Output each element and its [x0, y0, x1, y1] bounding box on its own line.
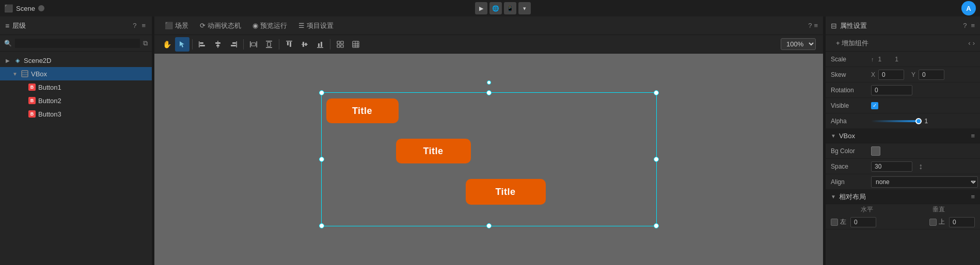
- tree-item-vbox[interactable]: ▼ VBox: [0, 67, 152, 80]
- align-top-tool[interactable]: [282, 37, 296, 52]
- align-bottom-tool[interactable]: [313, 37, 327, 52]
- handle-top-right[interactable]: [654, 90, 659, 95]
- layers-search-input[interactable]: [15, 39, 140, 48]
- anchor-tool[interactable]: [333, 37, 347, 52]
- globe-button[interactable]: 🌐: [489, 2, 502, 14]
- skew-x-input[interactable]: [878, 70, 904, 80]
- canvas-button-2[interactable]: Title: [396, 139, 471, 163]
- handle-top-left[interactable]: [319, 90, 324, 95]
- align-right-tool[interactable]: [226, 37, 241, 52]
- vbox-section-label: VBox: [839, 132, 855, 140]
- handle-bottom-mid[interactable]: [486, 223, 492, 228]
- select-tool[interactable]: [175, 37, 189, 52]
- vbox-section-menu[interactable]: ≡: [971, 132, 975, 140]
- button2-icon: B: [28, 96, 36, 105]
- handle-top-mid[interactable]: [486, 90, 492, 95]
- prop-row-space: Space ↕: [826, 159, 980, 174]
- toolbar-help-icon[interactable]: ?: [808, 22, 812, 29]
- tree-item-button3[interactable]: B Button3: [0, 107, 152, 121]
- scene-title: Scene: [16, 5, 35, 12]
- tab-preview[interactable]: ◉ 预览运行: [247, 19, 292, 32]
- copy-icon[interactable]: ⧉: [143, 39, 148, 47]
- dist-v-tool[interactable]: [262, 37, 276, 52]
- prev-arrow[interactable]: ‹: [968, 39, 970, 47]
- space-input[interactable]: [871, 161, 912, 172]
- toolbar-menu-icon[interactable]: ≡: [814, 22, 818, 29]
- layers-panel-title-group: ≡ 层级: [5, 21, 26, 30]
- align-vcenter-tool[interactable]: [297, 37, 312, 52]
- visible-checkbox[interactable]: ✓: [871, 102, 878, 109]
- vbox-collapse-icon: ▼: [831, 133, 836, 139]
- svg-rect-20: [287, 42, 289, 45]
- svg-rect-13: [250, 41, 251, 47]
- tree-item-button1[interactable]: B Button1: [0, 80, 152, 94]
- tool-sep-4: [330, 39, 330, 49]
- vbox-section-header[interactable]: ▼ VBox ≡: [826, 129, 980, 143]
- handle-bottom-right[interactable]: [654, 223, 659, 228]
- zoom-select[interactable]: 100% 50% 75% 150% 200%: [781, 38, 816, 50]
- layers-panel-header: ≡ 层级 ? ≡: [0, 16, 152, 35]
- left-checkbox[interactable]: [831, 219, 838, 226]
- rotation-input[interactable]: [871, 85, 912, 95]
- tree-item-button2[interactable]: B Button2: [0, 94, 152, 107]
- tab-settings[interactable]: ☰ 项目设置: [293, 19, 339, 32]
- dropdown-button[interactable]: ▾: [518, 2, 531, 14]
- layers-search-bar: 🔍 ⧉: [0, 35, 152, 52]
- device-button[interactable]: 📱: [504, 2, 516, 14]
- layers-help-icon[interactable]: ?: [132, 21, 137, 30]
- align-left-tool[interactable]: [195, 37, 210, 52]
- alpha-thumb[interactable]: [915, 118, 922, 124]
- bgcolor-swatch[interactable]: [871, 146, 880, 156]
- nav-arrows: ‹ ›: [968, 39, 975, 47]
- align-select[interactable]: none left center right: [871, 176, 978, 188]
- scale-collapse-icon[interactable]: ↑: [871, 56, 874, 62]
- tree-item-scene2d[interactable]: ▶ ◈ Scene2D: [0, 54, 152, 67]
- dist-h-tool[interactable]: [246, 37, 261, 52]
- left-value-input[interactable]: [850, 217, 876, 227]
- handle-bottom-left[interactable]: [319, 223, 324, 228]
- play-button[interactable]: ▶: [475, 2, 487, 14]
- user-avatar[interactable]: A: [961, 1, 976, 15]
- svg-rect-15: [251, 43, 256, 46]
- button1-icon: B: [28, 83, 36, 91]
- up-value-input[interactable]: [949, 217, 975, 227]
- align-hcenter-tool[interactable]: [211, 37, 225, 52]
- add-component-button[interactable]: + 增加组件: [831, 37, 874, 50]
- rl-vertical-label: 垂直: [903, 205, 975, 214]
- svg-rect-22: [302, 44, 308, 45]
- svg-rect-12: [231, 45, 236, 46]
- alpha-slider[interactable]: [871, 120, 922, 122]
- hand-tool[interactable]: ✋: [160, 37, 174, 52]
- handle-mid-right[interactable]: [654, 157, 659, 162]
- skew-y-prefix: Y: [911, 71, 915, 78]
- svg-rect-7: [217, 41, 218, 48]
- grid-tool[interactable]: [349, 37, 363, 52]
- tab-scene[interactable]: ⬛ 场景: [160, 19, 194, 32]
- canvas-button-3[interactable]: Title: [466, 179, 546, 205]
- layers-panel-title: 层级: [12, 21, 26, 30]
- relative-collapse-icon: ▼: [831, 194, 836, 200]
- canvas-button-1[interactable]: Title: [326, 98, 399, 123]
- properties-menu-icon[interactable]: ≡: [971, 22, 975, 29]
- canvas-viewport[interactable]: Title Title Title: [154, 54, 823, 265]
- title-bar-center: ▶ 🌐 📱 ▾: [475, 2, 531, 14]
- relative-section-header[interactable]: ▼ 相对布局 ≡: [826, 190, 980, 204]
- handle-rotation[interactable]: [487, 80, 491, 85]
- properties-help-icon[interactable]: ?: [963, 22, 967, 29]
- svg-rect-19: [286, 41, 292, 42]
- add-component-row: + 增加组件 ‹ ›: [826, 35, 980, 52]
- svg-rect-5: [200, 42, 203, 44]
- handle-mid-left[interactable]: [319, 157, 324, 162]
- relative-section-label: 相对布局: [839, 192, 866, 202]
- skew-y-input[interactable]: [919, 70, 944, 80]
- properties-panel-header: ⊟ 属性设置 ? ≡: [826, 16, 980, 35]
- next-arrow[interactable]: ›: [973, 39, 975, 47]
- layers-menu-icon[interactable]: ≡: [140, 21, 147, 30]
- up-checkbox[interactable]: [929, 219, 937, 226]
- scene2d-label: Scene2D: [24, 57, 51, 64]
- tab-animation[interactable]: ⟳ 动画状态机: [195, 19, 246, 32]
- scene-tab-label: 场景: [175, 21, 188, 30]
- properties-panel-actions: ? ≡: [963, 22, 975, 29]
- up-label: 上: [939, 218, 945, 226]
- relative-section-menu[interactable]: ≡: [971, 193, 975, 201]
